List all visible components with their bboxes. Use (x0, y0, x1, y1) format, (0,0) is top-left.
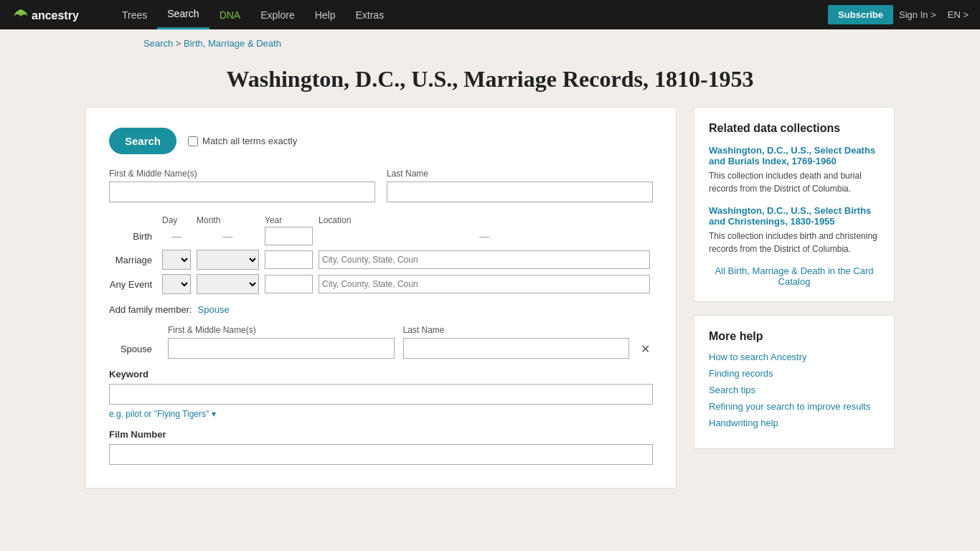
help-link-0[interactable]: How to search Ancestry (709, 352, 880, 362)
col-year-header: Year (262, 215, 316, 225)
marriage-year-input[interactable] (265, 250, 313, 269)
catalog-link[interactable]: All Birth, Marriage & Death in the Card … (709, 265, 880, 287)
film-number-label: Film Number (109, 429, 653, 440)
spouse-first-input[interactable] (168, 338, 395, 359)
nav-right: Subscribe Sign In > EN > (828, 5, 969, 24)
related-link-0[interactable]: Washington, D.C., U.S., Select Deaths an… (709, 145, 880, 166)
spouse-label: Spouse (109, 344, 159, 359)
svg-text:ancestry: ancestry (32, 9, 79, 22)
nav-help[interactable]: Help (305, 0, 346, 29)
nav-explore[interactable]: Explore (250, 0, 304, 29)
birth-label: Birth (109, 231, 159, 242)
name-row: First & Middle Name(s) Last Name (109, 169, 653, 202)
nav-trees[interactable]: Trees (112, 0, 157, 29)
any-event-month-select[interactable] (197, 274, 259, 294)
search-form-card: Search Match all terms exactly First & M… (85, 107, 677, 489)
first-name-input[interactable] (109, 182, 375, 202)
marriage-month-select[interactable] (197, 250, 259, 270)
spouse-first-label: First & Middle Name(s) (168, 325, 395, 335)
keyword-input[interactable] (109, 384, 653, 405)
search-row: Search Match all terms exactly (109, 128, 653, 154)
spouse-last-label: Last Name (403, 325, 630, 335)
help-title: More help (709, 330, 880, 343)
keyword-label: Keyword (109, 369, 653, 380)
spouse-last-input[interactable] (403, 338, 630, 359)
col-label-empty (109, 215, 159, 225)
related-title: Related data collections (709, 122, 880, 135)
spouse-last-group: Last Name (403, 325, 630, 359)
related-desc-0: This collection includes death and buria… (709, 169, 880, 195)
keyword-section: Keyword e.g. pilot or "Flying Tigers" ▾ (109, 369, 653, 419)
birth-month-dash: — (194, 230, 262, 242)
col-month-header: Month (194, 215, 262, 225)
film-number-input[interactable] (109, 444, 653, 465)
birth-day-dash: — (159, 230, 194, 242)
family-member-label: Add family member: (109, 304, 192, 315)
breadcrumb: Search > Birth, Marriage & Death (0, 29, 980, 55)
sign-in-link[interactable]: Sign In > (899, 9, 936, 20)
first-name-label: First & Middle Name(s) (109, 169, 375, 179)
related-desc-1: This collection includes birth and chris… (709, 230, 880, 255)
any-event-year-input[interactable] (265, 275, 313, 293)
main-container: Search Match all terms exactly First & M… (74, 107, 906, 489)
last-name-group: Last Name (387, 169, 653, 202)
marriage-row: Marriage (109, 250, 653, 270)
page-title: Washington, D.C., U.S., Marriage Records… (0, 66, 980, 93)
match-label[interactable]: Match all terms exactly (188, 136, 297, 146)
any-event-location-input[interactable] (319, 275, 650, 293)
marriage-location-input[interactable] (319, 250, 650, 269)
match-text: Match all terms exactly (202, 136, 297, 146)
any-event-day-select[interactable] (162, 274, 191, 294)
related-card: Related data collections Washington, D.C… (694, 107, 895, 302)
film-number-section: Film Number (109, 429, 653, 468)
search-button[interactable]: Search (109, 128, 176, 154)
nav-dna[interactable]: DNA (209, 0, 251, 29)
subscribe-button[interactable]: Subscribe (828, 5, 893, 24)
marriage-day-select[interactable] (162, 250, 191, 270)
main-nav: ancestry Trees Search DNA Explore Help E… (0, 0, 980, 29)
help-link-1[interactable]: Finding records (709, 368, 880, 379)
birth-location-dash: — (316, 230, 653, 242)
nav-search[interactable]: Search (157, 0, 209, 29)
col-day-header: Day (159, 215, 194, 225)
breadcrumb-category[interactable]: Birth, Marriage & Death (184, 38, 281, 49)
spouse-section: Spouse First & Middle Name(s) Last Name … (109, 325, 653, 359)
logo[interactable]: ancestry (11, 5, 98, 25)
nav-links: Trees Search DNA Explore Help Extras (112, 0, 828, 29)
col-location-header: Location (316, 215, 653, 225)
any-event-row: Any Event (109, 274, 653, 294)
breadcrumb-search[interactable]: Search (143, 38, 173, 49)
keyword-hint-link[interactable]: e.g. pilot or "Flying Tigers" ▾ (109, 409, 216, 419)
related-link-1[interactable]: Washington, D.C., U.S., Select Births an… (709, 205, 880, 227)
birth-year-input[interactable] (265, 227, 313, 245)
help-link-3[interactable]: Refining your search to improve results (709, 401, 880, 412)
add-spouse-link[interactable]: Spouse (198, 304, 230, 315)
nav-extras[interactable]: Extras (345, 0, 394, 29)
match-checkbox[interactable] (188, 136, 198, 146)
family-member-row: Add family member: Spouse (109, 304, 653, 315)
right-panel: Related data collections Washington, D.C… (694, 107, 895, 489)
last-name-input[interactable] (387, 182, 653, 202)
breadcrumb-separator: > (176, 38, 184, 49)
first-name-group: First & Middle Name(s) (109, 169, 375, 202)
help-card: More help How to search Ancestry Finding… (694, 315, 895, 449)
birth-row: Birth — — — (109, 227, 653, 245)
lang-selector[interactable]: EN > (948, 9, 969, 20)
spouse-first-group: First & Middle Name(s) (168, 325, 395, 359)
help-link-4[interactable]: Handwriting help (709, 418, 880, 428)
marriage-label: Marriage (109, 255, 159, 265)
help-link-2[interactable]: Search tips (709, 385, 880, 395)
last-name-label: Last Name (387, 169, 653, 179)
remove-spouse-button[interactable]: ✕ (638, 339, 653, 359)
any-event-label: Any Event (109, 279, 159, 290)
